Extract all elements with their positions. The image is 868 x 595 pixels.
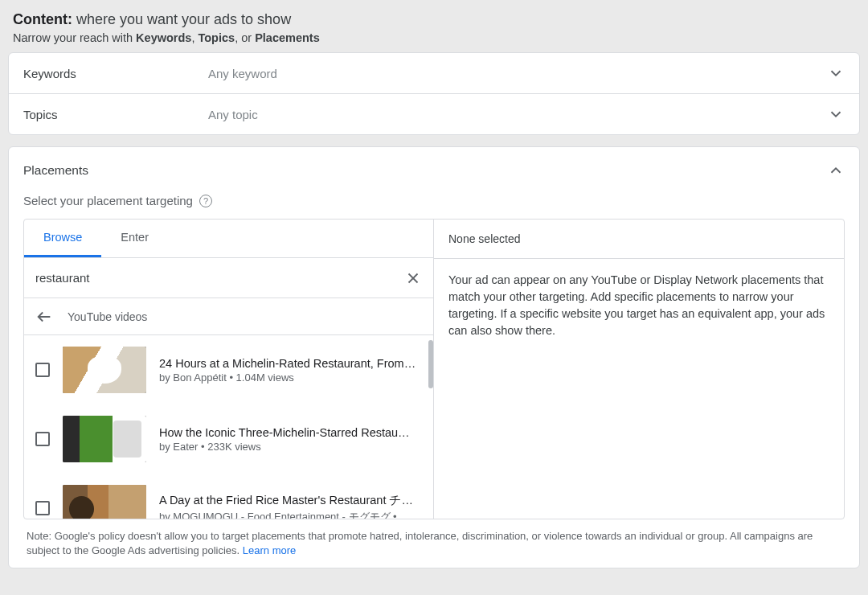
placements-left: Browse Enter YouTube videos [24,220,434,519]
content-title: Content: where you want your ads to show [13,11,855,28]
policy-note: Note: Google's policy doesn't allow you … [23,519,845,558]
content-title-bold: Content: [13,11,72,27]
placements-card: Placements Select your placement targeti… [8,146,860,568]
checkbox[interactable] [35,432,50,446]
video-title: 24 Hours at a Michelin-Rated Restaurant,… [159,357,422,370]
topics-value: Any topic [208,108,827,121]
keywords-row[interactable]: Keywords Any keyword [9,53,859,93]
tab-enter[interactable]: Enter [101,220,168,257]
video-title: How the Iconic Three-Michelin-Starred Re… [159,426,422,439]
topics-label: Topics [23,108,208,121]
search-row [24,258,433,298]
video-byline: by Bon Appétit • 1.04M views [159,371,422,384]
checkbox[interactable] [35,363,50,377]
selection-info: Your ad can appear on any YouTube or Dis… [434,259,844,352]
placements-right: None selected Your ad can appear on any … [434,220,844,519]
placements-tabs: Browse Enter [24,220,433,258]
content-header: Content: where you want your ads to show… [8,8,860,52]
back-arrow-icon[interactable] [35,308,53,326]
placements-title: Placements [23,163,88,178]
learn-more-link[interactable]: Learn more [243,544,296,556]
keywords-card: Keywords Any keyword Topics Any topic [8,52,860,135]
video-list[interactable]: 24 Hours at a Michelin-Rated Restaurant,… [24,335,433,519]
video-thumbnail[interactable] [63,416,146,462]
placements-panel: Browse Enter YouTube videos [23,219,845,519]
topics-row[interactable]: Topics Any topic [9,94,859,134]
clear-icon[interactable] [404,269,422,287]
video-thumbnail[interactable] [63,347,146,393]
list-item: A Day at the Fried Rice Master's Restaur… [24,474,433,519]
search-input[interactable] [35,271,404,285]
keywords-label: Keywords [23,67,208,80]
tab-browse[interactable]: Browse [24,220,101,257]
video-byline: by Eater • 233K views [159,441,422,453]
video-title: A Day at the Fried Rice Master's Restaur… [159,493,422,508]
category-row: YouTube videos [24,298,433,335]
content-subtitle: Narrow your reach with Keywords, Topics,… [13,31,855,44]
content-title-rest: where you want your ads to show [72,11,291,27]
placements-subtitle: Select your placement targeting ? [23,194,845,207]
chevron-up-icon[interactable] [827,162,845,179]
list-item: 24 Hours at a Michelin-Rated Restaurant,… [24,335,433,404]
chevron-down-icon [827,64,845,82]
selection-status: None selected [434,220,844,259]
video-byline: by MOGUMOGU - Food Entertainment - モグモグ … [159,510,422,519]
help-icon[interactable]: ? [199,195,212,207]
category-label: YouTube videos [68,310,147,323]
chevron-down-icon [827,105,845,123]
video-thumbnail[interactable] [63,485,146,519]
list-item: How the Iconic Three-Michelin-Starred Re… [24,404,433,474]
checkbox[interactable] [35,501,50,515]
keywords-value: Any keyword [208,67,827,80]
